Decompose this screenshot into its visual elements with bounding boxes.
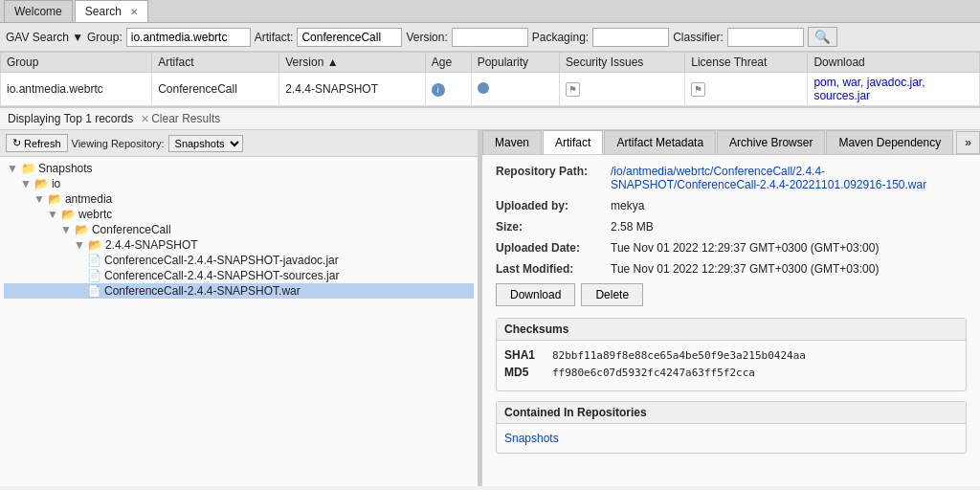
tree-node-label: antmedia — [65, 192, 112, 206]
table-row[interactable]: io.antmedia.webrtc ConferenceCall 2.4.4-… — [1, 73, 980, 106]
close-tab-icon[interactable]: ✕ — [130, 7, 138, 17]
cell-security: ⚑ — [559, 73, 684, 106]
artifact-input[interactable] — [297, 28, 402, 47]
last-modified-label: Last Modified: — [496, 262, 611, 276]
folder-expand-icon: ▼ — [47, 208, 58, 221]
cell-artifact: ConferenceCall — [152, 73, 279, 106]
cell-license: ⚑ — [685, 73, 808, 106]
tab-welcome[interactable]: Welcome — [4, 0, 73, 22]
gav-search-bar: GAV Search ▼ Group: Artifact: Version: P… — [0, 23, 980, 52]
folder-icon: 📁 — [21, 162, 35, 175]
viewing-repo-label: Viewing Repository: — [72, 138, 165, 149]
checksums-section: Checksums SHA1 82bbf11a89f8e88ce65a4be50… — [496, 318, 967, 391]
col-group[interactable]: Group — [1, 53, 152, 73]
tree-node-label: Snapshots — [38, 162, 93, 175]
col-download[interactable]: Download — [808, 53, 980, 73]
repo-path-row: Repository Path: /io/antmedia/webrtc/Con… — [496, 165, 967, 191]
tree-node-244snapshot[interactable]: ▼ 📂 2.4.4-SNAPSHOT — [4, 237, 474, 253]
uploaded-by-row: Uploaded by: mekya — [496, 199, 967, 212]
tree-node-antmedia[interactable]: ▼ 📂 antmedia — [4, 191, 474, 207]
delete-button[interactable]: Delete — [581, 283, 643, 306]
right-panel: Maven Artifact Artifact Metadata Archive… — [482, 130, 980, 486]
group-label: Group: — [87, 31, 122, 44]
tab-maven[interactable]: Maven — [482, 130, 542, 154]
version-input[interactable] — [452, 28, 528, 47]
tree-node-label: ConferenceCall-2.4.4-SNAPSHOT.war — [104, 284, 301, 298]
col-popularity[interactable]: Popularity — [471, 53, 559, 73]
md5-value: ff980e6c07d5932fc4247a63ff5f2cca — [552, 367, 755, 379]
size-value: 2.58 MB — [611, 220, 967, 234]
tree-node-label: webrtc — [78, 208, 112, 221]
file-icon: 📄 — [87, 254, 101, 267]
tree-node-io[interactable]: ▼ 📂 io — [4, 176, 474, 191]
upload-date-row: Uploaded Date: Tue Nov 01 2022 12:29:37 … — [496, 241, 967, 255]
artifact-label: Artifact: — [255, 31, 294, 44]
folder-expand-icon: ▼ — [7, 162, 18, 175]
expand-panel-button[interactable]: » — [956, 131, 980, 154]
col-security[interactable]: Security Issues — [559, 53, 684, 73]
cell-popularity — [471, 73, 559, 106]
col-version[interactable]: Version ▲ — [279, 53, 426, 73]
tree-node-label: ConferenceCall-2.4.4-SNAPSHOT-javadoc.ja… — [104, 254, 339, 267]
file-icon: 📄 — [87, 269, 101, 282]
tree-node-war[interactable]: 📄 ConferenceCall-2.4.4-SNAPSHOT.war — [4, 283, 474, 299]
left-toolbar: ↻ Refresh Viewing Repository: Snapshots — [0, 130, 478, 157]
download-button[interactable]: Download — [496, 283, 575, 306]
folder-expand-icon: ▼ — [33, 192, 45, 206]
action-buttons: Download Delete — [496, 283, 967, 306]
tab-maven-dependency[interactable]: Maven Dependency — [826, 130, 953, 154]
main-area: ↻ Refresh Viewing Repository: Snapshots … — [0, 130, 980, 486]
clear-icon: ✕ — [141, 113, 149, 125]
upload-date-label: Uploaded Date: — [496, 241, 611, 255]
cell-age: i — [425, 73, 471, 106]
col-age[interactable]: Age — [425, 53, 471, 73]
sha1-row: SHA1 82bbf11a89f8e88ce65a4be50f9e3a215b0… — [504, 348, 958, 362]
packaging-input[interactable] — [592, 28, 669, 47]
tab-artifact-metadata[interactable]: Artifact Metadata — [604, 130, 716, 154]
col-license[interactable]: License Threat — [685, 53, 808, 73]
results-table: Group Artifact Version ▲ Age Popularity … — [0, 52, 980, 106]
group-input[interactable] — [126, 28, 251, 47]
uploaded-by-value: mekya — [611, 199, 967, 212]
uploaded-by-label: Uploaded by: — [496, 199, 611, 212]
folder-expand-icon: ▼ — [60, 223, 72, 236]
contained-repos-body: Snapshots — [497, 424, 966, 453]
tree-node-snapshots[interactable]: ▼ 📁 Snapshots — [4, 161, 474, 176]
repo-path-link[interactable]: /io/antmedia/webrtc/ConferenceCall/2.4.4… — [611, 165, 926, 191]
version-label: Version: — [406, 31, 447, 44]
gav-search-label[interactable]: GAV Search ▼ — [6, 31, 83, 44]
top-tabs-bar: Welcome Search ✕ — [0, 0, 980, 23]
tree-node-javadoc[interactable]: 📄 ConferenceCall-2.4.4-SNAPSHOT-javadoc.… — [4, 253, 474, 268]
cell-download: pom, war, javadoc.jar, sources.jar — [808, 73, 980, 106]
tab-artifact[interactable]: Artifact — [543, 130, 603, 154]
file-icon: 📄 — [87, 284, 101, 298]
cell-version: 2.4.4-SNAPSHOT — [279, 73, 426, 106]
refresh-button[interactable]: ↻ Refresh — [6, 134, 68, 152]
classifier-input[interactable] — [727, 28, 804, 47]
search-button[interactable]: 🔍 — [808, 27, 837, 47]
clear-results-button[interactable]: ✕ Clear Results — [141, 112, 220, 125]
download-javadoc[interactable]: javadoc.jar — [867, 76, 922, 89]
license-icon: ⚑ — [691, 82, 705, 97]
download-sources[interactable]: sources.jar — [813, 89, 870, 102]
download-pom[interactable]: pom — [813, 76, 835, 89]
tab-archive-browser[interactable]: Archive Browser — [717, 130, 825, 154]
tree-area: ▼ 📁 Snapshots ▼ 📂 io ▼ 📂 antmedia ▼ — [0, 157, 478, 486]
tree-node-conferencecall[interactable]: ▼ 📂 ConferenceCall — [4, 222, 474, 237]
last-modified-value: Tue Nov 01 2022 12:29:37 GMT+0300 (GMT+0… — [611, 262, 967, 276]
tab-search[interactable]: Search ✕ — [75, 0, 148, 22]
age-info-icon[interactable]: i — [432, 83, 445, 97]
folder-icon: 📂 — [34, 177, 49, 190]
md5-label: MD5 — [504, 366, 552, 379]
download-war[interactable]: war — [842, 76, 860, 89]
tree-node-sources[interactable]: 📄 ConferenceCall-2.4.4-SNAPSHOT-sources.… — [4, 268, 474, 283]
right-tab-bar: Maven Artifact Artifact Metadata Archive… — [482, 130, 980, 155]
last-modified-row: Last Modified: Tue Nov 01 2022 12:29:37 … — [496, 262, 967, 276]
tree-node-webrtc[interactable]: ▼ 📂 webrtc — [4, 207, 474, 222]
tree-node-label: ConferenceCall — [92, 223, 171, 236]
col-artifact[interactable]: Artifact — [152, 53, 279, 73]
repository-select[interactable]: Snapshots — [168, 135, 243, 152]
snapshots-repo-link[interactable]: Snapshots — [504, 432, 559, 445]
popularity-icon — [478, 82, 489, 94]
tree-node-label: 2.4.4-SNAPSHOT — [105, 238, 198, 252]
